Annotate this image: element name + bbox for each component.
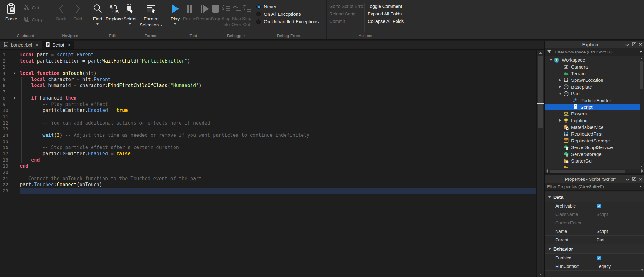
script-editor[interactable]: 1local part = script.Parent2local partic… bbox=[0, 50, 544, 277]
explorer-item-serverscriptservice[interactable]: ServerScriptService bbox=[545, 144, 640, 151]
editor-scroll-up-arrow[interactable] bbox=[537, 50, 544, 55]
code-line[interactable]: 15 bbox=[0, 139, 536, 145]
code-line[interactable]: 11 bbox=[0, 114, 536, 120]
code-line[interactable]: 7 bbox=[0, 89, 536, 95]
explorer-vscrollbar[interactable] bbox=[640, 57, 644, 168]
code-line[interactable]: 21-- Connect the onTouch function to the… bbox=[0, 176, 536, 182]
explorer-hscrollbar[interactable] bbox=[545, 169, 644, 173]
explorer-filter-caret[interactable] bbox=[640, 51, 642, 53]
explorer-collapse-chevron-icon[interactable] bbox=[625, 42, 629, 47]
explorer-scroll-right-arrow[interactable] bbox=[640, 169, 644, 174]
explorer-scrollbar-thumb[interactable] bbox=[640, 61, 643, 89]
format-selection-button[interactable]: Format Selection bbox=[137, 2, 165, 27]
code-line[interactable]: 12 -- You can add additional actions or … bbox=[0, 120, 536, 126]
code-line[interactable]: 10 particleEmitter.Enabled = true bbox=[0, 108, 536, 114]
expand-arrow-right-icon[interactable] bbox=[558, 119, 563, 122]
properties-collapse-chevron-icon[interactable] bbox=[625, 176, 629, 182]
tab-script-close-icon[interactable]: × bbox=[68, 42, 71, 47]
property-section-behavior[interactable]: Behavior bbox=[545, 244, 644, 254]
expand-all-folds-button[interactable]: Expand All Folds bbox=[368, 11, 402, 16]
properties-scroll-down-arrow[interactable] bbox=[641, 271, 644, 276]
explorer-item-serverstorage[interactable]: ServerStorage bbox=[545, 151, 640, 157]
explorer-scroll-left-arrow[interactable] bbox=[545, 169, 549, 174]
properties-undock-icon[interactable] bbox=[632, 176, 636, 182]
explorer-item-materialservice[interactable]: MaterialService bbox=[545, 124, 640, 130]
explorer-item-spawnlocation[interactable]: SpawnLocation bbox=[545, 77, 640, 83]
select-dropdown-caret[interactable] bbox=[129, 23, 131, 25]
explorer-item-terrain[interactable]: Terrain bbox=[545, 70, 640, 77]
explorer-item-players[interactable]: Players bbox=[545, 110, 640, 117]
explorer-item-replicatedstorage[interactable]: ReplicatedStorage bbox=[545, 137, 640, 144]
play-button[interactable]: Play bbox=[169, 2, 181, 25]
property-value[interactable] bbox=[593, 254, 644, 262]
code-line[interactable]: 5 local character = hit.Parent bbox=[0, 77, 536, 83]
play-dropdown-caret[interactable] bbox=[174, 23, 176, 25]
code-line[interactable]: 22part.Touched:Connect(onTouch) bbox=[0, 182, 536, 188]
properties-filter-caret[interactable] bbox=[640, 186, 642, 187]
code-line[interactable]: 9 -- Play particle effect bbox=[0, 102, 536, 108]
properties-close-icon[interactable] bbox=[639, 176, 642, 182]
code-line[interactable]: 6 local humanoid = character:FindFirstCh… bbox=[0, 83, 536, 89]
code-line[interactable]: 19end bbox=[0, 163, 536, 169]
expand-arrow-down-icon[interactable] bbox=[558, 93, 563, 95]
code-line[interactable]: 20 bbox=[0, 169, 536, 176]
select-button[interactable]: Select bbox=[124, 2, 136, 25]
tab-bonce-rbxl[interactable]: bonce.rbxl × bbox=[0, 41, 42, 49]
expand-arrow-right-icon[interactable] bbox=[558, 86, 563, 88]
fold-arrow-icon[interactable]: ▼ bbox=[13, 70, 20, 77]
radio-on-unhandled-exceptions-icon[interactable] bbox=[256, 19, 261, 24]
code-line[interactable]: 2local particleEmitter = part:WaitForChi… bbox=[0, 58, 536, 64]
code-area[interactable]: 1local part = script.Parent2local partic… bbox=[0, 50, 536, 277]
replace-button[interactable]: AB Replace bbox=[104, 2, 124, 21]
find-dropdown-caret[interactable] bbox=[96, 23, 99, 25]
paste-button[interactable]: Paste bbox=[3, 2, 20, 21]
tab-script[interactable]: Script × bbox=[42, 41, 74, 49]
explorer-item-script[interactable]: Script bbox=[545, 104, 640, 110]
find-button[interactable]: Find bbox=[91, 2, 104, 25]
property-value[interactable] bbox=[593, 202, 644, 210]
section-collapse-arrow-icon[interactable] bbox=[548, 196, 551, 198]
radio-on-unhandled-exceptions[interactable]: On Unhandled Exceptions bbox=[256, 19, 319, 24]
code-line[interactable]: 18 end bbox=[0, 157, 536, 163]
code-line[interactable]: 13 bbox=[0, 126, 536, 132]
property-value[interactable]: Legacy bbox=[593, 262, 644, 270]
code-line[interactable]: 14 wait(2) -- Adjust this time as needed… bbox=[0, 132, 536, 139]
section-collapse-arrow-icon[interactable] bbox=[548, 248, 551, 250]
explorer-close-icon[interactable] bbox=[639, 42, 642, 47]
code-line[interactable]: 16 -- Stop particle effect after a certa… bbox=[0, 145, 536, 151]
code-line[interactable]: 1local part = script.Parent bbox=[0, 52, 536, 58]
explorer-item-baseplate[interactable]: Baseplate bbox=[545, 84, 640, 90]
explorer-item-workspace[interactable]: Workspace bbox=[545, 57, 640, 63]
property-value[interactable]: Part bbox=[593, 236, 644, 244]
explorer-item-lighting[interactable]: Lighting bbox=[545, 117, 640, 124]
code-line[interactable]: 8▼ if humanoid then bbox=[0, 95, 536, 102]
explorer-undock-icon[interactable] bbox=[632, 42, 636, 47]
editor-scroll-down-arrow[interactable] bbox=[537, 272, 544, 277]
checkbox-checked-icon[interactable] bbox=[597, 204, 601, 208]
toggle-comment-button[interactable]: Toggle Comment bbox=[368, 4, 402, 9]
editor-scrollbar[interactable] bbox=[536, 50, 544, 277]
explorer-hscrollbar-thumb[interactable] bbox=[550, 170, 625, 173]
explorer-scroll-up-arrow[interactable] bbox=[640, 57, 644, 60]
editor-scrollbar-thumb[interactable] bbox=[538, 56, 543, 128]
radio-on-all-exceptions[interactable]: On All Exceptions bbox=[256, 11, 301, 17]
code-line[interactable]: 4▼local function onTouch(hit) bbox=[0, 70, 536, 77]
expand-arrow-down-icon[interactable] bbox=[548, 59, 553, 61]
expand-arrow-right-icon[interactable] bbox=[558, 79, 563, 81]
explorer-item-startergui[interactable]: StarterGui bbox=[545, 158, 640, 164]
code-line[interactable]: 3 bbox=[0, 64, 536, 70]
fold-arrow-icon[interactable]: ▼ bbox=[13, 95, 20, 102]
code-line[interactable]: 17 particleEmitter.Enabled = false bbox=[0, 151, 536, 157]
property-value[interactable]: Script bbox=[593, 227, 644, 235]
property-section-data[interactable]: Data bbox=[545, 192, 644, 202]
properties-filter-input[interactable]: Filter Properties (Ctrl+Shift+P) bbox=[545, 183, 644, 191]
tab-bonce-close-icon[interactable]: × bbox=[36, 42, 39, 47]
explorer-item-partial[interactable] bbox=[545, 164, 640, 168]
code-line-current[interactable]: 23 bbox=[0, 188, 536, 194]
radio-on-all-exceptions-icon[interactable] bbox=[256, 12, 261, 16]
explorer-item-camera[interactable]: Camera bbox=[545, 63, 640, 70]
checkbox-checked-icon[interactable] bbox=[597, 256, 601, 260]
explorer-item-replicatedfirst[interactable]: ReplicatedFirst bbox=[545, 130, 640, 137]
explorer-filter-input[interactable]: Filter workspace (Ctrl+Shift+X) bbox=[545, 48, 644, 56]
explorer-scroll-down-arrow[interactable] bbox=[640, 164, 644, 168]
